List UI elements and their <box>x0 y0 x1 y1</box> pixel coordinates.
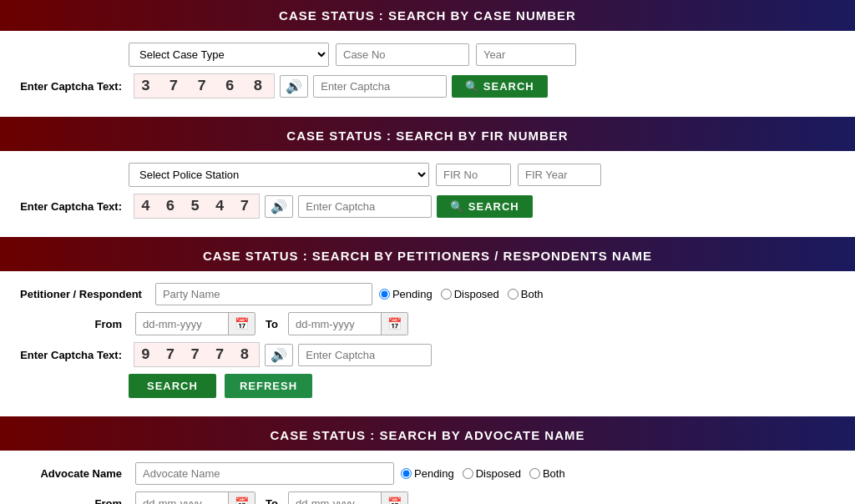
section2-body: Select Police Station Enter Captcha Text… <box>0 151 855 237</box>
to-date-icon-3[interactable]: 📅 <box>381 313 407 335</box>
search-button-2[interactable]: 🔍 SEARCH <box>437 195 533 218</box>
petitioner-label: Petitioner / Respondent <box>20 288 149 300</box>
sound-button-1[interactable]: 🔊 <box>280 75 308 98</box>
case-type-select[interactable]: Select Case Type <box>129 43 329 67</box>
from-date-input-3[interactable] <box>136 314 228 335</box>
radio-input-both-4[interactable] <box>529 468 540 479</box>
year-input[interactable] <box>476 43 576 66</box>
radio-pending-3[interactable]: Pending <box>379 288 433 300</box>
to-date-4: 📅 <box>288 491 408 504</box>
search-button-3[interactable]: SEARCH <box>129 374 216 398</box>
section4-header: CASE STATUS : SEARCH BY ADVOCATE NAME <box>0 420 855 451</box>
advocate-name-input[interactable] <box>135 462 394 485</box>
to-date-3: 📅 <box>288 312 408 335</box>
radio-input-disposed-3[interactable] <box>441 289 452 300</box>
to-date-input-4[interactable] <box>289 493 381 505</box>
section1-body: Select Case Type Enter Captcha Text: 3 7… <box>0 31 855 117</box>
radio-disposed-3[interactable]: Disposed <box>441 288 499 300</box>
fir-year-input[interactable] <box>518 164 601 186</box>
captcha-image-2: 4 6 5 4 7 <box>134 194 260 219</box>
radio-pending-4[interactable]: Pending <box>401 467 454 480</box>
radio-input-both-3[interactable] <box>508 289 519 300</box>
section3-body: Petitioner / Respondent Pending Disposed… <box>0 271 855 416</box>
captcha-label-3: Enter Captcha Text: <box>20 349 129 361</box>
from-date-input-4[interactable] <box>136 493 228 505</box>
captcha-label-1: Enter Captcha Text: <box>20 80 129 93</box>
captcha-input-1[interactable] <box>313 75 447 98</box>
from-label-4: From <box>20 497 129 505</box>
sound-button-3[interactable]: 🔊 <box>265 344 293 366</box>
captcha-image-3: 9 7 7 7 8 <box>134 342 260 367</box>
captcha-label-2: Enter Captcha Text: <box>20 200 129 213</box>
from-date-icon-3[interactable]: 📅 <box>228 313 255 335</box>
captcha-input-3[interactable] <box>298 344 432 366</box>
section4-title: CASE STATUS : SEARCH BY ADVOCATE NAME <box>270 428 584 442</box>
to-label-3: To <box>262 318 281 330</box>
from-label-3: From <box>20 318 129 330</box>
section1-title: CASE STATUS : SEARCH BY CASE NUMBER <box>279 8 576 23</box>
section1-header: CASE STATUS : SEARCH BY CASE NUMBER <box>0 0 855 31</box>
status-radio-group-4: Pending Disposed Both <box>401 467 565 480</box>
from-date-3: 📅 <box>135 312 255 335</box>
to-label-4: To <box>262 497 281 505</box>
captcha-image-1: 3 7 7 6 8 <box>134 73 275 98</box>
from-date-icon-4[interactable]: 📅 <box>228 492 255 504</box>
fir-no-input[interactable] <box>436 164 511 186</box>
section3-header: CASE STATUS : SEARCH BY PETITIONERS / RE… <box>0 240 855 271</box>
case-no-input[interactable] <box>336 43 469 66</box>
radio-input-disposed-4[interactable] <box>463 468 473 479</box>
section4-body: Advocate Name Pending Disposed Both From… <box>0 451 855 504</box>
party-name-input[interactable] <box>155 283 372 305</box>
to-date-icon-4[interactable]: 📅 <box>381 492 407 504</box>
police-station-select[interactable]: Select Police Station <box>129 163 429 187</box>
radio-both-3[interactable]: Both <box>508 288 544 300</box>
search-icon-2: 🔍 <box>450 200 468 213</box>
radio-input-pending-4[interactable] <box>401 468 412 479</box>
refresh-button-3[interactable]: REFRESH <box>225 374 312 398</box>
section2-title: CASE STATUS : SEARCH BY FIR NUMBER <box>286 129 568 143</box>
radio-both-4[interactable]: Both <box>529 467 565 480</box>
search-button-1[interactable]: 🔍 SEARCH <box>452 75 548 98</box>
section3-title: CASE STATUS : SEARCH BY PETITIONERS / RE… <box>203 249 652 263</box>
status-radio-group-3: Pending Disposed Both <box>379 288 544 300</box>
from-date-4: 📅 <box>135 491 255 504</box>
to-date-input-3[interactable] <box>289 314 381 335</box>
section2-header: CASE STATUS : SEARCH BY FIR NUMBER <box>0 120 855 151</box>
search-icon-1: 🔍 <box>465 80 483 93</box>
advocate-label: Advocate Name <box>20 467 129 480</box>
sound-button-2[interactable]: 🔊 <box>265 195 293 218</box>
captcha-input-2[interactable] <box>298 195 432 218</box>
radio-disposed-4[interactable]: Disposed <box>463 467 521 480</box>
radio-input-pending-3[interactable] <box>379 289 390 300</box>
